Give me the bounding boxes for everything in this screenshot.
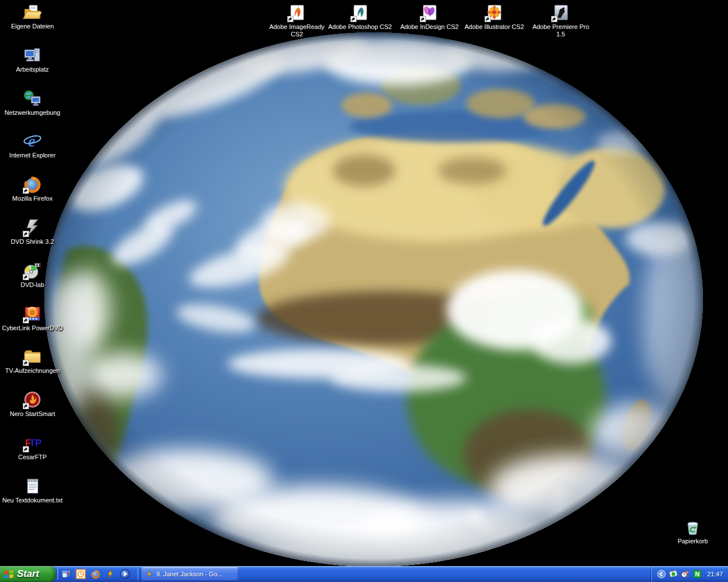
internet-explorer-icon [23,131,42,151]
earth-wallpaper [0,0,728,582]
system-tray: 21:47 [651,566,728,582]
desktop-icon-label: TV-Aufzeichnungen [4,367,61,375]
desktop-icon-tv-aufzeichnungen[interactable]: TV-Aufzeichnungen [0,347,67,375]
desktop-icon-label: DVD-lab [19,281,46,289]
desktop-icon-dvd-lab[interactable]: DVD-lab [0,261,67,289]
shortcut-arrow-icon [23,360,29,366]
my-documents-icon [23,2,42,22]
desktop-icon-nero-startsmart[interactable]: Nero StartSmart [0,390,67,418]
desktop-icon-label: Neu Textdokument.txt [1,497,64,504]
shortcut-arrow-icon [23,231,29,237]
quick-launch-bar [61,566,130,582]
network-places-icon [23,89,42,108]
desktop-icon-label: Papierkorb [676,538,709,545]
shortcut-arrow-icon [287,16,293,22]
task-button-label: 9. Janet Jackson - Go... [156,571,222,577]
desktop-icon-internet-explorer[interactable]: Internet Explorer [0,131,67,159]
shortcut-arrow-icon [23,317,29,323]
desktop-icon-adobe-illustrator[interactable]: Adobe Illustrator CS2 [460,3,528,31]
cesarftp-icon [23,433,42,452]
adobe-indesign-icon [420,3,439,22]
taskbar-grip[interactable] [138,568,140,580]
desktop-icon-mozilla-firefox[interactable]: Mozilla Firefox [0,174,67,202]
dvd-shrink-icon [23,218,42,237]
desktop-icon-label: Internet Explorer [8,152,56,159]
powerdvd-icon [23,304,42,323]
taskbar-grip[interactable] [57,568,60,580]
desktop-icon-eigene-dateien[interactable]: Eigene Dateien [0,2,67,30]
shortcut-arrow-icon [350,16,357,22]
media-player-icon[interactable] [120,569,130,579]
shortcut-arrow-icon [23,188,29,194]
winamp-icon [145,570,154,579]
desktop-icon-dvd-shrink[interactable]: DVD Shrink 3.2 [0,218,67,246]
shortcut-arrow-icon [23,274,29,280]
desktop-icon-adobe-premiere[interactable]: Adobe Premiere Pro 1.5 [527,3,595,38]
desktop-icon-label: Netzwerkumgebung [3,109,61,117]
desktop[interactable]: { "desktop": { "wallpaper": "blue-marble… [0,0,728,582]
folder-icon [23,347,42,366]
desktop-icon-label: Adobe Illustrator CS2 [464,23,526,31]
shortcut-arrow-icon [420,16,426,22]
desktop-icon-label: Arbeitsplatz [15,66,49,73]
adobe-photoshop-icon [350,3,370,22]
shortcut-arrow-icon [23,403,29,409]
task-button-winamp[interactable]: 9. Janet Jackson - Go... [142,567,238,581]
desktop-icon-cesarftp[interactable]: CesarFTP [0,433,67,461]
windows-flag-icon [4,569,14,579]
desktop-icon-label: Nero StartSmart [9,410,56,418]
nero-startsmart-icon [23,390,42,409]
desktop-icon-textdokument[interactable]: Neu Textdokument.txt [0,476,67,504]
desktop-icon-arbeitsplatz[interactable]: Arbeitsplatz [0,45,67,73]
desktop-icon-netzwerkumgebung[interactable]: Netzwerkumgebung [0,89,67,117]
desktop-icon-label: CesarFTP [17,454,48,461]
taskbar: Start 9. Janet Jackson - Go... 21:47 [0,566,728,582]
firefox-icon [23,174,42,194]
my-computer-icon [23,45,42,65]
shortcut-arrow-icon [551,16,557,22]
winamp-icon[interactable] [105,569,115,579]
desktop-icon-label: CyberLink PowerDVD [1,325,64,332]
desktop-icon-papierkorb[interactable]: Papierkorb [659,517,727,545]
desktop-icon-label: Adobe InDesign CS2 [399,23,460,31]
desktop-icon-adobe-imageready[interactable]: Adobe ImageReady CS2 [263,3,331,38]
shortcut-arrow-icon [23,446,29,452]
desktop-icon-label: Mozilla Firefox [11,195,54,202]
adobe-illustrator-icon [485,3,504,22]
desktop-icon-label: Eigene Dateien [10,23,55,30]
clock-app-icon[interactable] [76,569,86,579]
collapse-chevron-icon[interactable] [657,569,666,579]
text-document-icon [23,476,42,496]
show-desktop-icon[interactable] [61,569,71,579]
scheduler-icon[interactable] [681,569,690,579]
desktop-icon-adobe-indesign[interactable]: Adobe InDesign CS2 [395,3,464,31]
desktop-icon-powerdvd[interactable]: CyberLink PowerDVD [0,304,67,332]
desktop-icon-label: DVD Shrink 3.2 [10,238,55,246]
desktop-icon-label: Adobe Photoshop CS2 [327,23,393,31]
firefox-icon[interactable] [90,569,101,579]
dvd-lab-icon [23,261,42,280]
desktop-icon-label: Adobe Premiere Pro 1.5 [531,23,590,38]
start-button-label: Start [17,568,39,580]
tray-clock[interactable]: 21:47 [707,571,723,577]
shortcut-arrow-icon [485,16,491,22]
desktop-icon-label: Adobe ImageReady CS2 [268,23,325,38]
adobe-premiere-icon [551,3,570,22]
recycle-bin-icon [683,517,702,537]
nvidia-icon[interactable] [693,569,702,579]
green-card-icon[interactable] [669,569,678,579]
adobe-imageready-icon [287,3,307,22]
start-button[interactable]: Start [0,566,56,582]
desktop-icon-adobe-photoshop[interactable]: Adobe Photoshop CS2 [326,3,394,31]
